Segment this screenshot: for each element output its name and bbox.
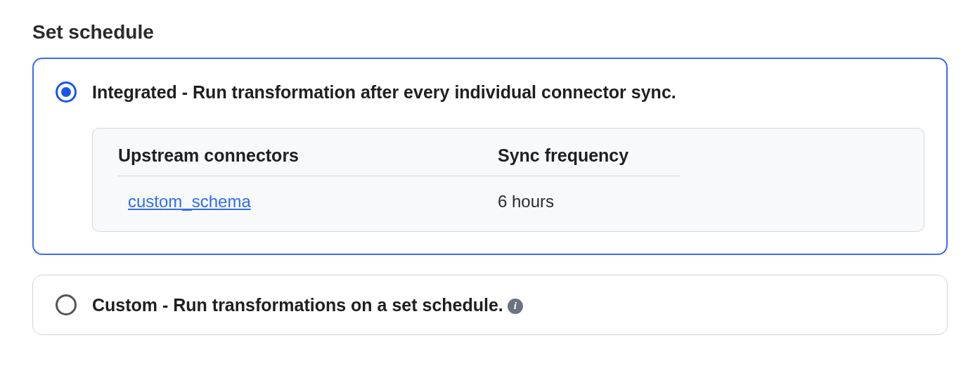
column-header-upstream: Upstream connectors	[118, 145, 498, 166]
info-icon[interactable]: i	[508, 299, 523, 314]
table-row: custom_schema 6 hours	[118, 176, 681, 211]
custom-option-text: Custom - Run transformations on a set sc…	[92, 295, 503, 315]
connector-name-cell: custom_schema	[118, 192, 498, 211]
schedule-option-custom[interactable]: Custom - Run transformations on a set sc…	[32, 275, 948, 336]
connector-frequency-cell: 6 hours	[498, 192, 681, 211]
column-header-frequency: Sync frequency	[498, 145, 681, 166]
integrated-option-header: Integrated - Run transformation after ev…	[56, 81, 924, 104]
custom-option-header: Custom - Run transformations on a set sc…	[56, 294, 924, 317]
radio-integrated[interactable]	[56, 81, 77, 103]
table-header-row: Upstream connectors Sync frequency	[118, 145, 681, 176]
schedule-option-integrated[interactable]: Integrated - Run transformation after ev…	[32, 58, 948, 255]
custom-option-label: Custom - Run transformations on a set sc…	[92, 294, 523, 317]
upstream-connectors-table: Upstream connectors Sync frequency custo…	[92, 128, 924, 232]
section-title: Set schedule	[32, 21, 948, 44]
radio-dot-icon	[61, 87, 71, 97]
integrated-option-label: Integrated - Run transformation after ev…	[92, 81, 676, 104]
connector-link[interactable]: custom_schema	[128, 192, 251, 211]
radio-custom[interactable]	[56, 294, 77, 315]
